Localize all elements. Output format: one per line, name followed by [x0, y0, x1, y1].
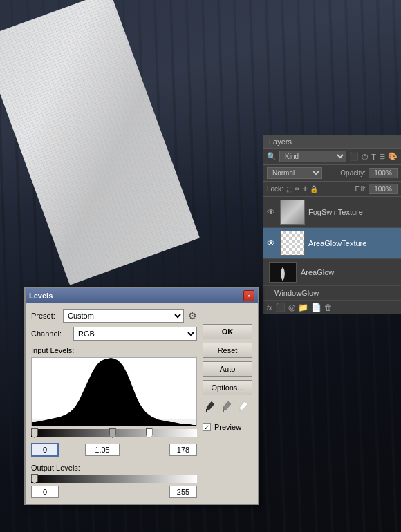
input-slider-white[interactable]: [146, 428, 153, 438]
input-min-value[interactable]: [31, 443, 59, 457]
layers-kind-select[interactable]: Kind: [279, 151, 346, 162]
areaglow-visual: [270, 263, 295, 281]
layer-name-area: AreaGlowTexture: [308, 239, 366, 247]
blend-mode-select[interactable]: Normal: [267, 167, 322, 179]
channel-row: Channel: RGB Red Green Blue: [31, 327, 197, 341]
extra-item-areaglow-name: AreaGlow: [301, 268, 334, 276]
layers-fx-bar: fx ⬛ ◎ 📁 📄 🗑: [263, 301, 401, 314]
preview-label: Preview: [214, 423, 241, 431]
output-levels-label: Output Levels:: [31, 464, 197, 472]
input-slider-track[interactable]: [31, 429, 197, 437]
input-levels-label: Input Levels:: [31, 346, 197, 354]
fx-label: fx: [267, 304, 272, 312]
layers-add-mask-icon[interactable]: ◎: [288, 303, 295, 312]
layers-toolbar: 🔍 Kind ⬛ ◎ T ⊞ 🎨: [263, 149, 401, 165]
layers-blend-row: Normal Opacity:: [263, 165, 401, 182]
layers-icon-t[interactable]: T: [371, 153, 376, 161]
input-max-value[interactable]: [169, 444, 197, 456]
levels-dialog: Levels × Preset: Custom Default Darker L…: [24, 287, 259, 505]
lock-all-icon[interactable]: 🔒: [310, 185, 318, 193]
preview-row: ✓ Preview: [203, 423, 252, 431]
channel-label: Channel:: [31, 330, 69, 338]
layer-item-fog[interactable]: 👁 FogSwirlTexture: [263, 197, 401, 228]
opacity-label: Opacity:: [340, 169, 366, 177]
preset-label: Preset:: [31, 312, 59, 320]
dialog-right-buttons: OK Reset Auto Options...: [203, 324, 252, 431]
dialog-titlebar[interactable]: Levels ×: [26, 288, 258, 303]
extra-item-windowglow-name: WindowGlow: [269, 289, 319, 297]
input-slider-mid[interactable]: [109, 428, 116, 438]
dialog-body: Preset: Custom Default Darker Lighter ⚙ …: [26, 303, 258, 504]
layers-icon-3[interactable]: ⊞: [379, 152, 385, 161]
layer-name-fog: FogSwirlTexture: [308, 208, 363, 216]
white-eyedropper-icon[interactable]: [238, 400, 250, 417]
auto-button[interactable]: Auto: [203, 361, 252, 377]
output-min-value[interactable]: [31, 486, 59, 498]
reset-button[interactable]: Reset: [203, 343, 252, 358]
layers-panel: Layers 🔍 Kind ⬛ ◎ T ⊞ 🎨 Normal Opacity: …: [263, 135, 401, 314]
input-slider-black[interactable]: [31, 428, 38, 438]
black-eyedropper-svg: [205, 400, 217, 414]
layer-thumbnail-fog: [280, 200, 305, 225]
lock-icons: ⬚ ✏ ✛ 🔒: [286, 185, 318, 193]
layers-panel-title: Layers: [263, 135, 401, 149]
output-max-value[interactable]: [169, 486, 197, 498]
svg-rect-3: [239, 409, 241, 412]
layers-add-folder-icon[interactable]: 📁: [298, 303, 308, 312]
output-values-row: [31, 486, 197, 498]
gray-eyedropper-svg: [221, 400, 234, 414]
dialog-title: Levels: [29, 292, 53, 300]
input-values-row: [31, 443, 197, 457]
layer-item-area[interactable]: 👁 AreaGlowTexture: [263, 228, 401, 259]
gray-eyedropper-icon[interactable]: [221, 400, 234, 417]
svg-rect-1: [206, 409, 207, 412]
layer-visibility-fog[interactable]: 👁: [267, 207, 277, 217]
output-slider-black[interactable]: [31, 474, 38, 484]
ok-button[interactable]: OK: [203, 324, 252, 339]
layer-thumbnail-area: [280, 231, 305, 256]
layers-icon-2[interactable]: ◎: [362, 152, 369, 161]
options-button[interactable]: Options...: [203, 380, 252, 395]
layers-kind-label: 🔍: [267, 152, 277, 161]
extra-item-windowglow[interactable]: WindowGlow: [263, 286, 401, 301]
layers-lock-row: Lock: ⬚ ✏ ✛ 🔒 Fill:: [263, 182, 401, 197]
layer-visibility-area[interactable]: 👁: [267, 238, 277, 248]
layers-icon-4[interactable]: 🎨: [388, 152, 398, 161]
black-eyedropper-icon[interactable]: [205, 400, 217, 417]
extra-item-areaglow[interactable]: AreaGlow: [263, 259, 401, 286]
lock-label: Lock:: [267, 185, 283, 193]
fill-label: Fill:: [355, 185, 366, 193]
preview-checkbox[interactable]: ✓: [203, 423, 211, 431]
white-eyedropper-svg: [238, 400, 250, 414]
histogram-area: [31, 357, 197, 426]
dialog-close-button[interactable]: ×: [243, 290, 254, 301]
channel-select[interactable]: RGB Red Green Blue: [73, 327, 197, 341]
input-mid-value[interactable]: [85, 444, 120, 456]
layers-add-layer-icon[interactable]: 📄: [311, 303, 321, 312]
lock-transparent-icon[interactable]: ⬚: [286, 185, 292, 193]
areaglow-thumb: [269, 262, 297, 283]
fill-input[interactable]: [369, 184, 398, 194]
lock-move-icon[interactable]: ✛: [302, 185, 308, 193]
preset-select[interactable]: Custom Default Darker Lighter: [63, 309, 184, 323]
svg-rect-2: [223, 409, 224, 412]
layers-add-adjustment-icon[interactable]: ⬛: [275, 303, 286, 312]
opacity-input[interactable]: [369, 168, 398, 178]
histogram-chart: [32, 358, 196, 426]
layers-icon-1[interactable]: ⬛: [349, 152, 359, 161]
lock-paint-icon[interactable]: ✏: [295, 185, 300, 193]
output-slider-track[interactable]: [31, 475, 197, 483]
preset-gear-icon[interactable]: ⚙: [188, 310, 197, 321]
eyedroppers-row: [203, 400, 252, 417]
layers-delete-icon[interactable]: 🗑: [324, 303, 333, 312]
preset-row: Preset: Custom Default Darker Lighter ⚙: [31, 309, 197, 323]
